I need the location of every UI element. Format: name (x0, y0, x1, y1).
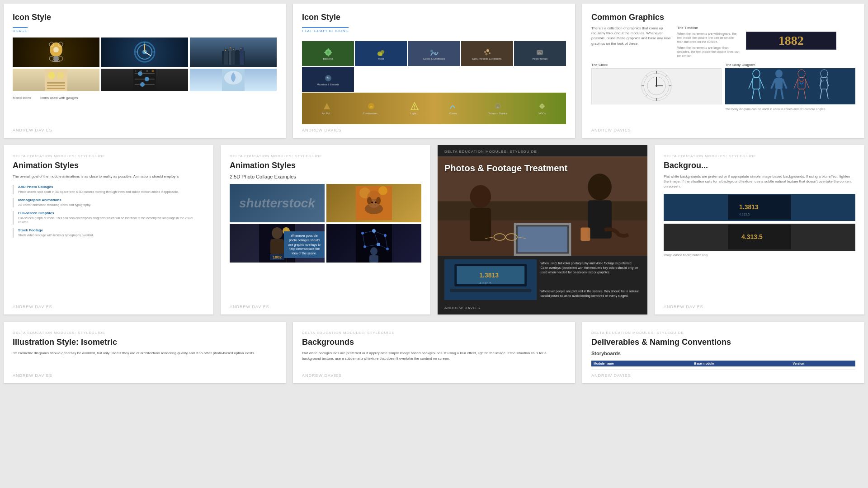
anim-title: Animation Styles (230, 161, 421, 170)
svg-rect-18 (229, 47, 231, 65)
svg-point-58 (486, 53, 488, 55)
microbes-label: Microbes & Bacteria (317, 83, 339, 86)
card-author-3: ANDREW DAVIES (591, 128, 631, 132)
svg-rect-143 (369, 255, 378, 263)
anim-section-label: Delta Education Modules: Styleguide (230, 154, 421, 158)
svg-point-95 (775, 70, 783, 78)
svg-rect-20 (236, 50, 239, 65)
wide-item-4: Gases (449, 102, 457, 115)
svg-line-94 (759, 89, 760, 99)
clock-label: The Clock (591, 63, 722, 67)
svg-rect-164 (450, 289, 531, 292)
illus-author: ANDREW DAVIES (13, 373, 52, 378)
anim-list-title: Animation Styles (13, 161, 204, 170)
deliverables-table: Module name Base module Version (591, 361, 855, 370)
photos-desc-2: Whenever people are pictured in the scen… (540, 289, 641, 298)
icon-gases: Gases & Chemicals (408, 41, 460, 66)
timeline-area: The Timeline 1882 When the increments ar… (677, 26, 836, 58)
body-label: The Body Diagram (725, 63, 855, 67)
svg-point-59 (489, 52, 491, 54)
bg-section-label: Delta Education Modules: Styleguide (664, 154, 855, 158)
caption-1: Mood icons (13, 96, 31, 100)
photos-scene: Photos & Footage Treatment (438, 156, 647, 256)
bgs-section-label: Delta Education Modules: Styleguide (302, 331, 566, 335)
icon-captions: Mood icons Icons used with gauges (13, 96, 277, 100)
icon-heavy-metals: Pb Heavy Metals (514, 41, 566, 66)
card-title-1: Icon Style (13, 13, 277, 22)
svg-rect-31 (47, 88, 65, 89)
anim-item-title-4: Stock Footage (18, 228, 204, 232)
anim-list-item-2: Iconographic Animations 2D vector animat… (13, 198, 204, 207)
dust-label: Dust, Particles & Allergens (472, 57, 502, 60)
svg-line-82 (646, 75, 648, 77)
svg-text:1.3813: 1.3813 (739, 203, 759, 211)
table-header-row: Module name Base module Version (591, 361, 855, 366)
svg-point-64 (326, 76, 328, 78)
card-author-1: ANDREW DAVIES (13, 128, 52, 132)
svg-rect-30 (47, 85, 65, 86)
svg-text:🔆: 🔆 (151, 70, 155, 73)
common-graphics-card: Common Graphics There's a collection of … (582, 4, 864, 138)
anim-list-author: ANDREW DAVIES (13, 305, 52, 309)
backgrounds-card: Delta Education Modules: Styleguide Back… (293, 322, 575, 383)
svg-rect-25 (241, 48, 241, 49)
svg-point-57 (486, 49, 489, 52)
svg-rect-165 (728, 195, 791, 220)
body-section: The Body Diagram (725, 63, 855, 111)
anim-list-item-1: 2.5D Photo Collages Photo assets split a… (13, 185, 204, 194)
bg-preview-1: 1.3813 4.313.5 (664, 194, 855, 221)
caption-2: Icons used with gauges (40, 96, 78, 100)
svg-line-97 (771, 79, 775, 89)
svg-rect-19 (232, 48, 235, 65)
deliv-author: ANDREW DAVIES (591, 373, 631, 378)
svg-line-98 (783, 79, 787, 89)
table-row (591, 366, 855, 370)
svg-point-52 (381, 50, 384, 54)
svg-line-109 (822, 80, 824, 82)
svg-line-105 (797, 89, 799, 99)
anim-thumb-1: shutterstock (230, 184, 325, 222)
svg-line-100 (781, 89, 783, 99)
svg-rect-23 (230, 47, 231, 48)
common-top-row: There's a collection of graphics that co… (591, 26, 855, 58)
icon-style-card-2: Icon Style FLAT GRAPHIC ICONS Bacteria M… (293, 4, 575, 138)
icon-bulb (13, 38, 99, 67)
card-title-2: Icon Style (302, 13, 566, 22)
icon-microbes: Microbes & Bacteria (302, 67, 354, 92)
svg-line-112 (826, 89, 828, 99)
svg-line-93 (752, 89, 754, 99)
flat-icon-wide-row: Air Pol... Combustion... Light... Gases … (302, 93, 566, 124)
icon-gauge (101, 38, 188, 67)
svg-rect-150 (470, 208, 491, 241)
wide-item-1: Air Pol... (322, 102, 332, 115)
svg-rect-21 (240, 47, 244, 65)
deliv-section-label: Delta Education Modules: Styleguide (591, 331, 855, 335)
svg-point-28 (57, 72, 64, 79)
wide-item-2: Combustion... (363, 102, 380, 115)
bg-caption: Image-based backgrounds only (664, 253, 855, 257)
wide-label-2: Combustion... (363, 112, 380, 115)
bgs-title: Backgrounds (302, 338, 566, 347)
icon-bacteria: Bacteria (302, 41, 354, 66)
table-cell-base (692, 366, 791, 370)
sub-graphics-row: The Clock (591, 63, 855, 111)
svg-line-103 (794, 79, 798, 89)
year-badge: 1882 (270, 254, 284, 260)
illus-desc: 3D Isometric diagrams should generally b… (13, 351, 277, 356)
bg-desc: Flat white backgrounds are preferred or … (664, 174, 855, 189)
gases-label: Gases & Chemicals (423, 57, 445, 60)
svg-line-84 (646, 94, 648, 96)
svg-rect-90 (753, 78, 760, 89)
bg-preview-2: 4.313.5 (664, 224, 855, 251)
anim-list-item-4: Stock Footage Stock video footage with i… (13, 228, 204, 238)
svg-text:4.313.5: 4.313.5 (741, 233, 763, 240)
svg-point-56 (484, 51, 486, 53)
svg-rect-29 (47, 82, 65, 84)
row-2: Delta Education Modules: Styleguide Anim… (0, 141, 868, 318)
usage-label: USAGE (13, 27, 28, 33)
svg-line-83 (665, 75, 667, 77)
icon-light-controls (13, 69, 99, 91)
mold-label: Mold (378, 57, 384, 60)
icon-images-grid: ☀ ❄ ⚙ 🔆 (13, 38, 277, 91)
svg-text:4.313.5: 4.313.5 (479, 281, 491, 285)
